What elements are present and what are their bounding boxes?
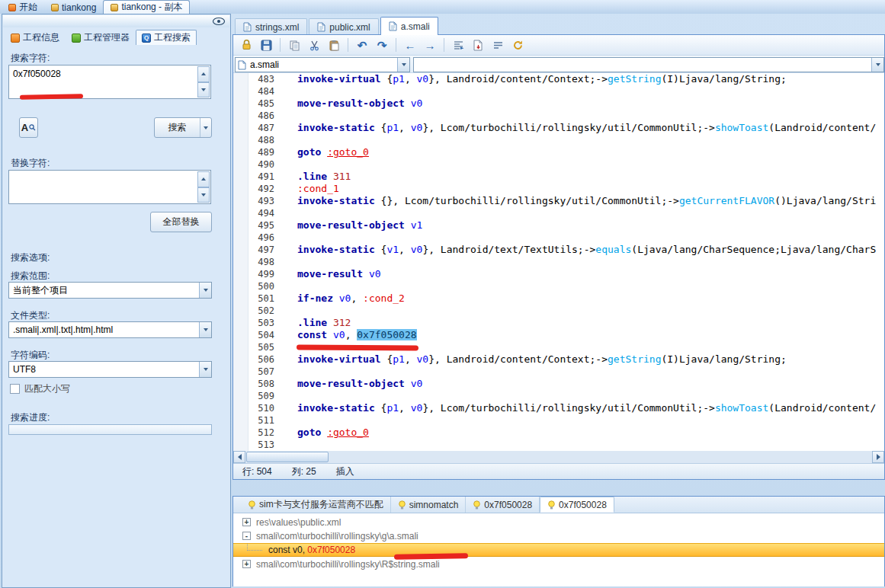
code-line[interactable]: 490: [233, 158, 884, 171]
replace-input[interactable]: [8, 170, 211, 204]
spin-down-button[interactable]: [197, 187, 210, 203]
code-line[interactable]: 500: [233, 280, 884, 292]
line-number: 500: [249, 280, 274, 292]
sidebar-tab-project-info[interactable]: 工程信息: [5, 30, 66, 45]
cut-button[interactable]: [306, 37, 322, 53]
filetype-select[interactable]: .smali|.xml|.txt|.htm|.html: [8, 321, 212, 338]
navigate-forward-button[interactable]: →: [422, 37, 438, 53]
match-case-checkbox[interactable]: [10, 384, 20, 394]
word-wrap-button[interactable]: [489, 37, 506, 53]
save-button[interactable]: [258, 37, 274, 53]
window-tab-start[interactable]: 开始: [2, 1, 44, 14]
export-button[interactable]: [470, 37, 486, 53]
spin-down-button[interactable]: [197, 82, 210, 98]
scope-select[interactable]: 当前整个项目: [8, 282, 212, 299]
replace-all-button[interactable]: 全部替换: [150, 212, 212, 232]
code-line[interactable]: 486: [233, 110, 884, 122]
code-line[interactable]: 513: [233, 439, 884, 451]
lightbulb-icon: [547, 500, 556, 510]
navigate-back-button[interactable]: ←: [402, 37, 418, 53]
window-tab-tiankong-copy[interactable]: tiankong - 副本: [103, 0, 190, 14]
code-line[interactable]: 484: [233, 85, 884, 97]
collapse-panel-button[interactable]: [210, 16, 227, 26]
tab-strings-xml[interactable]: strings.xml: [235, 18, 307, 35]
search-options-dropdown[interactable]: [200, 118, 211, 137]
word-wrap-icon: [492, 40, 504, 51]
results-tab-4[interactable]: 0x7f050028: [540, 497, 614, 513]
code-line[interactable]: 502: [233, 305, 884, 317]
search-input[interactable]: 0x7f050028: [8, 65, 211, 99]
results-tab-1[interactable]: sim卡与支付服务运营商不匹配: [241, 497, 391, 513]
combo-arrow-button[interactable]: [397, 58, 409, 72]
code-line[interactable]: 503.line 312: [233, 317, 884, 329]
replace-label: 替换字符:: [11, 157, 50, 170]
code-line[interactable]: 512goto :goto_0: [233, 427, 884, 439]
results-tab-label: sim卡与支付服务运营商不匹配: [259, 498, 383, 511]
code-line[interactable]: 501if-nez v0, :cond_2: [233, 292, 884, 305]
code-line[interactable]: 498: [233, 256, 884, 268]
sidebar: [2, 14, 231, 588]
paste-button[interactable]: [325, 37, 342, 53]
code-line[interactable]: 487invoke-static {p1, v0}, Lcom/turbochi…: [233, 122, 884, 134]
collapse-icon[interactable]: -: [242, 532, 251, 540]
code-line[interactable]: 507: [233, 366, 884, 378]
file-select[interactable]: a.smali: [235, 57, 410, 72]
code-line[interactable]: 511: [233, 414, 884, 427]
encoding-select[interactable]: UTF8: [8, 361, 212, 378]
code-line[interactable]: 496: [233, 232, 884, 244]
combo-arrow-button[interactable]: [871, 58, 883, 72]
code-line[interactable]: 509: [233, 390, 884, 402]
code-line[interactable]: 489goto :goto_0: [233, 146, 884, 158]
search-button[interactable]: 搜索: [154, 117, 212, 138]
tree-row-public-xml[interactable]: + res\values\public.xml: [233, 516, 884, 529]
results-tab-3[interactable]: 0x7f050028: [466, 497, 540, 513]
goto-line-button[interactable]: [450, 37, 467, 53]
code-line[interactable]: 510invoke-static {p1, v0}, Lcom/turbochi…: [233, 402, 884, 414]
combo-arrow-button[interactable]: [199, 362, 211, 377]
code-line[interactable]: 495move-result-object v1: [233, 219, 884, 232]
match-highlight-button[interactable]: A: [19, 117, 38, 138]
sidebar-tab-project-search[interactable]: Q 工程搜索: [136, 30, 197, 45]
member-select[interactable]: [413, 57, 884, 72]
tree-row-match-result[interactable]: const v0, 0x7f050028: [233, 543, 884, 557]
code-line[interactable]: 497invoke-static {v1, v0}, Landroid/text…: [233, 244, 884, 256]
line-number: 501: [249, 292, 274, 305]
code-line[interactable]: 494: [233, 207, 884, 219]
spin-up-button[interactable]: [197, 171, 210, 187]
scrollbar-thumb[interactable]: [246, 452, 329, 462]
sidebar-tab-project-manager[interactable]: 工程管理器: [66, 30, 136, 45]
code-line[interactable]: 488: [233, 134, 884, 146]
expand-icon[interactable]: +: [242, 518, 251, 526]
refresh-button[interactable]: [509, 37, 526, 53]
search-input-value: 0x7f050028: [13, 69, 61, 79]
code-editor[interactable]: 483invoke-virtual {p1, v0}, Landroid/con…: [233, 73, 884, 451]
lock-icon: [241, 39, 252, 51]
undo-button[interactable]: ↶: [354, 37, 370, 53]
code-line[interactable]: 492:cond_1: [233, 183, 884, 195]
code-line[interactable]: 504const v0, 0x7f050028: [233, 329, 884, 341]
code-line[interactable]: 483invoke-virtual {p1, v0}, Landroid/con…: [233, 73, 884, 85]
code-line[interactable]: 499move-result v0: [233, 268, 884, 280]
code-line[interactable]: 493invoke-static {}, Lcom/turbochilli/ro…: [233, 195, 884, 207]
code-line[interactable]: 508move-result-object v0: [233, 378, 884, 390]
code-line[interactable]: 506invoke-virtual {p1, v0}, Landroid/con…: [233, 353, 884, 366]
tree-label: smali\com\turbochilli\rollingsky\R$strin…: [256, 559, 440, 570]
tab-public-xml[interactable]: public.xml: [309, 18, 378, 35]
tree-row-a-smali[interactable]: - smali\com\turbochilli\rollingsky\g\a.s…: [233, 529, 884, 543]
results-tab-2[interactable]: simnomatch: [391, 497, 467, 513]
spin-up-button[interactable]: [197, 66, 210, 82]
combo-arrow-button[interactable]: [199, 283, 211, 298]
scroll-right-button[interactable]: [872, 451, 884, 463]
horizontal-scrollbar[interactable]: [233, 451, 884, 463]
combo-arrow-button[interactable]: [199, 322, 211, 337]
expand-icon[interactable]: +: [242, 560, 251, 568]
redo-button[interactable]: ↷: [374, 37, 390, 53]
tab-a-smali[interactable]: a.smali: [380, 17, 438, 35]
tree-row-rstring-smali[interactable]: + smali\com\turbochilli\rollingsky\R$str…: [233, 558, 884, 571]
code-line[interactable]: 485move-result-object v0: [233, 97, 884, 110]
lock-button[interactable]: [238, 37, 255, 53]
code-line[interactable]: 491.line 311: [233, 171, 884, 183]
copy-button[interactable]: [286, 37, 303, 53]
window-tab-tiankong[interactable]: tiankong: [44, 1, 103, 14]
scroll-left-button[interactable]: [233, 451, 245, 463]
